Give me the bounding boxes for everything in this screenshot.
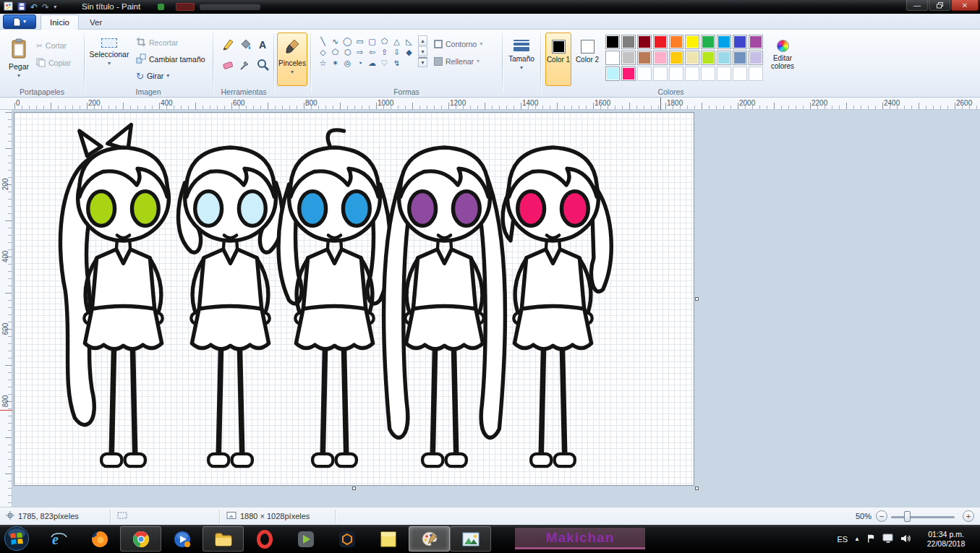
color2-button[interactable]: Color 2 bbox=[574, 33, 600, 86]
redo-icon[interactable]: ↷ bbox=[42, 3, 49, 12]
palette-color-0-3[interactable] bbox=[653, 35, 668, 49]
palette-color-2-6[interactable] bbox=[701, 67, 715, 81]
shape-triangle[interactable]: △ bbox=[391, 35, 403, 46]
shape-right-arrow[interactable]: ⇨ bbox=[354, 46, 366, 57]
taskbar-photo-viewer[interactable] bbox=[450, 526, 491, 552]
fill-button[interactable]: Rellenar ▾ bbox=[434, 54, 480, 69]
shape-down-arrow[interactable]: ⇩ bbox=[391, 46, 403, 57]
taskbar-media-player[interactable] bbox=[161, 526, 203, 552]
palette-color-1-8[interactable] bbox=[733, 51, 747, 65]
shapes-scroll-up-icon[interactable]: ▲ bbox=[418, 35, 427, 46]
tab-ver[interactable]: Ver bbox=[81, 14, 111, 30]
canvas-resize-handle-bottom[interactable] bbox=[352, 486, 356, 490]
paint-canvas[interactable] bbox=[14, 112, 694, 486]
shape-rounded-callout[interactable]: ◎ bbox=[341, 57, 354, 68]
crop-button[interactable]: Recortar bbox=[136, 35, 178, 50]
palette-color-0-7[interactable] bbox=[717, 35, 731, 49]
taskbar-notes[interactable] bbox=[367, 526, 409, 552]
language-indicator[interactable]: ES bbox=[837, 535, 848, 544]
shape-five-point-star[interactable]: ☆ bbox=[317, 57, 329, 68]
shape-hexagon[interactable]: ⬡ bbox=[341, 46, 354, 57]
resize-button[interactable]: Cambiar tamaño bbox=[136, 52, 205, 67]
shape-line[interactable]: ╲ bbox=[317, 35, 329, 46]
select-button[interactable]: Seleccionar ▾ bbox=[87, 33, 132, 86]
taskbar-nox[interactable] bbox=[326, 526, 367, 552]
palette-color-1-7[interactable] bbox=[717, 51, 731, 65]
palette-color-2-7[interactable] bbox=[717, 67, 731, 81]
shape-left-arrow[interactable]: ⇦ bbox=[366, 46, 378, 57]
palette-color-1-0[interactable] bbox=[605, 51, 620, 65]
paste-button[interactable]: Pegar ▾ bbox=[6, 33, 32, 86]
palette-color-2-9[interactable] bbox=[749, 67, 763, 81]
taskbar-internet-explorer[interactable]: e bbox=[38, 526, 79, 552]
shape-polygon[interactable]: ⬠ bbox=[378, 35, 391, 46]
taskbar-chrome[interactable] bbox=[120, 526, 161, 552]
palette-color-0-5[interactable] bbox=[685, 35, 699, 49]
taskbar-explorer[interactable] bbox=[203, 526, 244, 552]
shape-diamond[interactable]: ◇ bbox=[317, 46, 329, 57]
shapes-expand-icon[interactable]: ▼ bbox=[418, 57, 427, 67]
network-display-icon[interactable] bbox=[882, 533, 894, 545]
start-button[interactable] bbox=[4, 526, 30, 552]
file-menu-button[interactable]: ▾ bbox=[3, 14, 36, 29]
shape-rounded-rectangle[interactable]: ▢ bbox=[366, 35, 378, 46]
palette-color-0-0[interactable] bbox=[605, 35, 620, 49]
volume-icon[interactable] bbox=[900, 533, 911, 545]
zoom-out-button[interactable]: − bbox=[876, 507, 887, 525]
close-button[interactable]: ✕ bbox=[951, 0, 979, 11]
palette-color-0-2[interactable] bbox=[637, 35, 652, 49]
rotate-button[interactable]: ↻ Girar ▾ bbox=[136, 69, 169, 83]
palette-color-0-6[interactable] bbox=[701, 35, 715, 49]
action-center-flag-icon[interactable] bbox=[866, 533, 876, 545]
palette-color-2-8[interactable] bbox=[733, 67, 747, 81]
qat-dropdown-icon[interactable]: ▾ bbox=[54, 4, 56, 10]
shape-up-arrow[interactable]: ⇧ bbox=[378, 46, 391, 57]
edit-colors-button[interactable]: Editar colores bbox=[768, 33, 797, 86]
shape-right-triangle[interactable]: ◺ bbox=[403, 35, 415, 46]
zoom-slider-thumb[interactable] bbox=[904, 511, 911, 522]
palette-color-0-8[interactable] bbox=[733, 35, 747, 49]
shape-curve[interactable]: ∿ bbox=[329, 35, 341, 46]
palette-color-0-9[interactable] bbox=[749, 35, 763, 49]
taskbar-firefox[interactable] bbox=[79, 526, 120, 552]
shape-lightning[interactable]: ↯ bbox=[391, 57, 403, 68]
outline-button[interactable]: Contorno ▾ bbox=[434, 37, 482, 51]
taskbar-clock[interactable]: 01:34 p.m. 22/08/2018 bbox=[918, 530, 974, 549]
shapes-scroll-down-icon[interactable]: ▼ bbox=[418, 46, 427, 56]
brushes-button[interactable]: Pinceles ▾ bbox=[277, 33, 307, 86]
shape-rectangle[interactable]: ▭ bbox=[354, 35, 366, 46]
palette-color-2-1[interactable] bbox=[621, 67, 636, 81]
minimize-button[interactable]: — bbox=[906, 0, 928, 11]
palette-color-1-2[interactable] bbox=[637, 51, 652, 65]
zoom-in-button[interactable]: + bbox=[963, 507, 974, 525]
eraser-tool[interactable] bbox=[220, 57, 236, 73]
magnifier-tool[interactable] bbox=[255, 57, 270, 73]
cut-button[interactable]: ✂ Cortar bbox=[36, 38, 67, 53]
fill-tool[interactable] bbox=[237, 37, 253, 53]
shape-heart[interactable]: ♡ bbox=[378, 57, 391, 68]
pencil-tool[interactable] bbox=[220, 37, 236, 53]
taskbar-paint[interactable] bbox=[409, 526, 450, 552]
save-icon[interactable] bbox=[17, 2, 26, 12]
taskbar-bluestacks[interactable] bbox=[285, 526, 326, 552]
color-picker-tool[interactable] bbox=[237, 57, 253, 73]
tab-inicio[interactable]: Inicio bbox=[41, 14, 79, 30]
zoom-slider-track[interactable] bbox=[891, 516, 955, 518]
undo-icon[interactable]: ↶ bbox=[30, 3, 38, 12]
palette-color-1-5[interactable] bbox=[685, 51, 699, 65]
shape-four-point-star[interactable]: ◆ bbox=[403, 46, 415, 57]
shape-oval[interactable]: ◯ bbox=[341, 35, 354, 46]
palette-color-2-2[interactable] bbox=[637, 67, 652, 81]
maximize-button[interactable] bbox=[929, 0, 950, 11]
shape-oval-callout[interactable]: ◔ bbox=[354, 57, 366, 68]
color1-button[interactable]: Color 1 bbox=[545, 33, 571, 86]
palette-color-2-0[interactable] bbox=[605, 67, 620, 81]
palette-color-2-5[interactable] bbox=[685, 67, 699, 81]
palette-color-2-3[interactable] bbox=[653, 67, 668, 81]
shape-six-point-star[interactable]: ✶ bbox=[329, 57, 341, 68]
palette-color-1-9[interactable] bbox=[749, 51, 763, 65]
shape-pentagon[interactable]: ⬠ bbox=[329, 46, 341, 57]
text-tool[interactable]: A bbox=[255, 37, 270, 53]
palette-color-1-3[interactable] bbox=[653, 51, 668, 65]
palette-color-0-1[interactable] bbox=[621, 35, 636, 49]
